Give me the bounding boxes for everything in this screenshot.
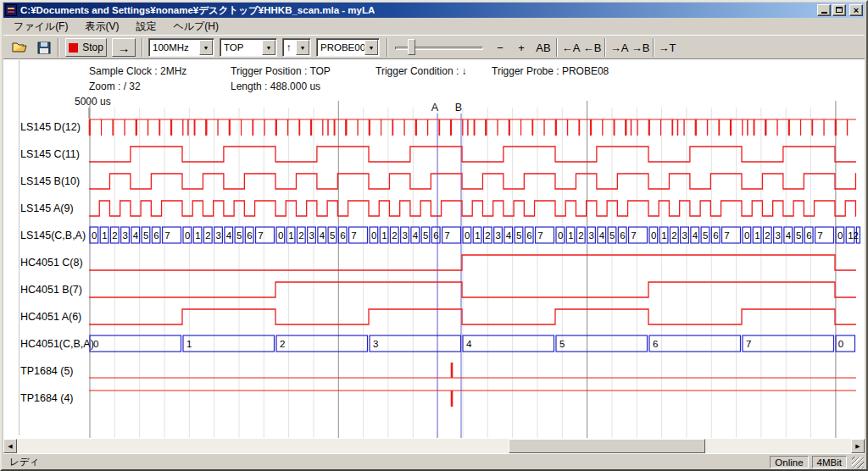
floppy-disk-icon	[37, 42, 51, 54]
title-bar[interactable]: C:¥Documents and Settings¥noname¥デスクトップ¥…	[3, 3, 865, 18]
menu-help[interactable]: ヘルプ(H)	[164, 18, 227, 36]
stop-icon	[69, 43, 78, 53]
trigger-position-value: TOP	[224, 42, 243, 53]
trigger-condition-info: Trigger Condition : ↓	[376, 65, 467, 77]
window-title: C:¥Documents and Settings¥noname¥デスクトップ¥…	[20, 4, 375, 17]
scroll-right-icon: ▶	[855, 443, 860, 450]
status-bar: レディ Online 4MBit	[3, 453, 865, 469]
zoom-info: Zoom : / 32	[89, 80, 141, 92]
dropdown-arrow-icon[interactable]: ▼	[262, 40, 275, 55]
app-window: C:¥Documents and Settings¥noname¥デスクトップ¥…	[0, 0, 868, 471]
close-button[interactable]: ×	[849, 4, 863, 16]
goto-marker-a-button[interactable]: →A	[609, 38, 630, 57]
sample-rate-combo[interactable]: 100MHz ▼	[148, 38, 214, 57]
waveform-panel	[3, 58, 865, 439]
sample-rate-value: 100MHz	[153, 42, 189, 53]
zoom-out-button[interactable]: −	[492, 38, 509, 57]
minimize-button[interactable]	[817, 4, 831, 16]
scroll-right-button[interactable]: ▶	[851, 439, 865, 453]
online-status-badge: Online	[770, 456, 808, 468]
trigger-probe-info: Trigger Probe : PROBE08	[492, 65, 609, 77]
memory-status-badge: 4MBit	[812, 456, 847, 468]
dropdown-arrow-icon[interactable]: ▼	[199, 40, 213, 55]
maximize-icon	[836, 7, 843, 13]
toolbar-separator	[604, 38, 606, 57]
scroll-left-button[interactable]: ◀	[3, 439, 17, 453]
resize-grip[interactable]	[852, 457, 864, 468]
open-folder-icon	[12, 42, 29, 53]
sample-clock-info: Sample Clock : 2MHz	[89, 65, 186, 77]
menu-bar: ファイル(F) 表示(V) 設定 ヘルプ(H)	[3, 19, 865, 35]
length-info: Length : 488.000 us	[231, 80, 320, 92]
trigger-probe-value: PROBE00	[320, 42, 365, 53]
goto-marker-b-button[interactable]: →B	[630, 38, 651, 57]
menu-settings[interactable]: 設定	[127, 18, 164, 36]
open-file-button[interactable]	[10, 38, 31, 57]
zoom-slider-thumb[interactable]	[408, 39, 415, 55]
toolbar-separator	[58, 38, 59, 57]
trigger-edge-value: ↑	[287, 42, 292, 53]
set-marker-b-button[interactable]: ←B	[581, 38, 603, 57]
toolbar-separator	[142, 38, 143, 57]
trigger-edge-combo[interactable]: ↑ ▼	[282, 38, 311, 57]
menu-view[interactable]: 表示(V)	[76, 18, 127, 36]
horizontal-scrollbar[interactable]: ◀ ▶	[3, 439, 865, 453]
dropdown-arrow-icon[interactable]: ▼	[296, 40, 309, 55]
save-button[interactable]	[34, 38, 54, 57]
stop-label: Stop	[82, 42, 103, 53]
panel-divider	[19, 58, 19, 435]
trigger-position-combo[interactable]: TOP ▼	[220, 38, 277, 57]
status-message: レディ	[3, 456, 770, 468]
zoom-in-button[interactable]: +	[513, 38, 530, 57]
toolbar-separator	[653, 38, 654, 57]
maximize-button[interactable]	[832, 4, 846, 16]
toolbar-separator	[387, 38, 388, 57]
dropdown-arrow-icon[interactable]: ▼	[364, 40, 378, 55]
goto-trigger-button[interactable]: →T	[657, 38, 677, 57]
zoom-ab-button[interactable]: AB	[532, 38, 554, 57]
toolbar-separator	[556, 38, 558, 57]
menu-file[interactable]: ファイル(F)	[5, 18, 76, 36]
time-scale-label: 5000 us	[75, 96, 111, 108]
run-button[interactable]: →	[112, 38, 136, 57]
trigger-probe-combo[interactable]: PROBE00 ▼	[316, 38, 380, 57]
stop-button[interactable]: Stop	[65, 38, 107, 57]
scrollbar-thumb[interactable]	[509, 439, 705, 453]
set-marker-a-button[interactable]: ←A	[560, 38, 581, 57]
scroll-left-icon: ◀	[8, 443, 12, 450]
trigger-position-info: Trigger Position : TOP	[231, 65, 331, 77]
toolbar: Stop → 100MHz ▼ TOP ▼ ↑ ▼ PROBE00 ▼ − + …	[3, 35, 865, 58]
minimize-icon	[821, 12, 827, 14]
app-icon	[5, 4, 17, 16]
